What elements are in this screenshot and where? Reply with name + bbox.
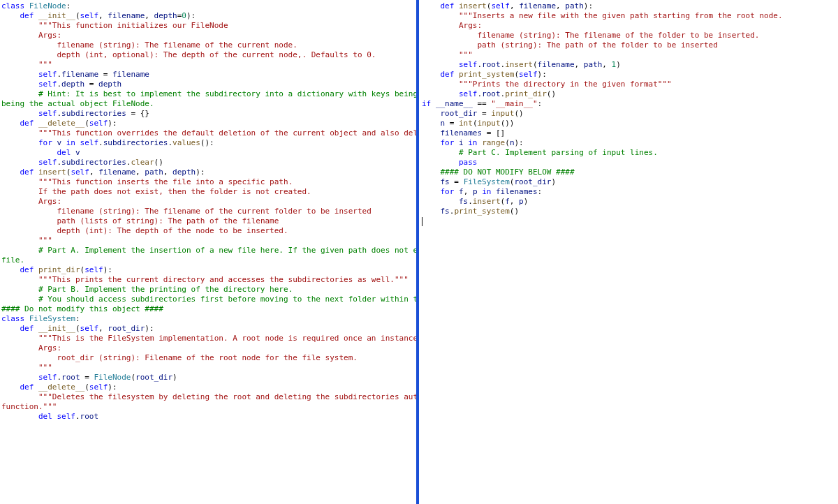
code-token: = {} bbox=[126, 109, 149, 118]
code-line[interactable]: #### Do not modify this object #### bbox=[1, 304, 416, 314]
editor-pane-right[interactable]: def insert(self, filename, path): """Ins… bbox=[419, 0, 838, 504]
code-token bbox=[1, 158, 38, 167]
code-token: path (lists of string): The path of the … bbox=[57, 216, 279, 225]
code-line[interactable]: """Inserts a new file with the given pat… bbox=[422, 11, 838, 21]
code-line[interactable]: self.subdirectories.clear() bbox=[1, 158, 416, 168]
code-token bbox=[1, 168, 20, 177]
code-token: def bbox=[441, 70, 455, 79]
code-token: def bbox=[20, 324, 34, 333]
code-token: fs bbox=[441, 177, 450, 186]
code-token: FileNode bbox=[29, 1, 66, 10]
code-line[interactable]: self.root = FileNode(root_dir) bbox=[1, 373, 416, 383]
code-line[interactable]: #### DO NOT MODIFY BELOW #### bbox=[422, 168, 838, 177]
code-line[interactable]: self.root.print_dir() bbox=[422, 89, 838, 99]
code-line[interactable]: self.root.insert(filename, path, 1) bbox=[422, 60, 838, 70]
code-line[interactable]: def print_dir(self): bbox=[1, 265, 416, 275]
code-line[interactable]: root_dir = input() bbox=[422, 109, 838, 119]
code-token: self bbox=[459, 60, 478, 69]
code-token: self bbox=[38, 109, 57, 118]
code-token bbox=[422, 148, 459, 157]
code-line[interactable]: for v in self.subdirectories.values(): bbox=[1, 138, 416, 148]
code-line[interactable]: fs.print_system() bbox=[422, 207, 838, 216]
code-line[interactable]: """This function overrides the default d… bbox=[1, 128, 416, 138]
code-token bbox=[1, 343, 38, 353]
code-line[interactable]: depth (int): The depth of the node to be… bbox=[1, 226, 416, 236]
code-line[interactable]: pass bbox=[422, 158, 838, 168]
code-line[interactable]: # Part C. Implement parsing of input lin… bbox=[422, 148, 838, 158]
code-line[interactable]: """This prints the current directory and… bbox=[1, 275, 416, 285]
code-line[interactable]: # Part A. Implement the insertion of a n… bbox=[1, 246, 416, 255]
code-token: for bbox=[441, 187, 455, 196]
code-line[interactable]: function.""" bbox=[1, 402, 416, 412]
code-line[interactable]: # You should access subdirectories first… bbox=[1, 295, 416, 304]
code-line[interactable] bbox=[422, 216, 838, 226]
code-line[interactable]: """This function initializes our FileNod… bbox=[1, 21, 416, 31]
code-line[interactable]: """ bbox=[1, 60, 416, 70]
code-line[interactable]: for f, p in filenames: bbox=[422, 187, 838, 197]
code-line[interactable]: self.filename = filename bbox=[1, 70, 416, 80]
code-token bbox=[422, 70, 441, 79]
code-line[interactable]: class FileNode: bbox=[1, 1, 416, 11]
code-line[interactable]: def __delete__(self): bbox=[1, 383, 416, 392]
code-token: Args: bbox=[38, 343, 61, 353]
code-line[interactable]: being the actual object FileNode. bbox=[1, 99, 416, 109]
code-line[interactable]: """Prints the directory in the given for… bbox=[422, 80, 838, 89]
code-line[interactable]: """ bbox=[1, 363, 416, 373]
code-line[interactable]: self.depth = depth bbox=[1, 80, 416, 89]
code-token: : bbox=[538, 99, 543, 108]
code-line[interactable]: filenames = [] bbox=[422, 128, 838, 138]
code-token bbox=[34, 168, 38, 177]
code-line[interactable]: def __delete__(self): bbox=[1, 119, 416, 128]
code-token: print_dir bbox=[505, 89, 547, 98]
code-line[interactable]: def insert(self, filename, path, depth): bbox=[1, 168, 416, 177]
code-line[interactable]: Args: bbox=[1, 31, 416, 40]
code-token: 0 bbox=[182, 11, 186, 20]
code-line[interactable]: # Part B. Implement the printing of the … bbox=[1, 285, 416, 295]
code-token: root_dir bbox=[441, 109, 478, 118]
code-line[interactable]: fs.insert(f, p) bbox=[422, 197, 838, 207]
code-line[interactable]: Args: bbox=[1, 197, 416, 207]
code-line[interactable]: # Hint: It is best to implement the subd… bbox=[1, 89, 416, 99]
code-token bbox=[1, 109, 38, 118]
code-line[interactable]: depth (int, optional): The depth of the … bbox=[1, 50, 416, 60]
code-token: root_dir bbox=[514, 177, 551, 186]
code-line[interactable]: Args: bbox=[422, 21, 838, 31]
code-line[interactable]: class FileSystem: bbox=[1, 314, 416, 324]
code-line[interactable]: """ bbox=[1, 236, 416, 246]
code-token: """ bbox=[459, 50, 473, 59]
code-line[interactable]: Args: bbox=[1, 343, 416, 353]
code-line[interactable]: """ bbox=[422, 50, 838, 60]
code-line[interactable]: def __init__(self, filename, depth=0): bbox=[1, 11, 416, 21]
code-token bbox=[431, 99, 436, 108]
code-token: = bbox=[80, 373, 94, 382]
code-line[interactable]: def insert(self, filename, path): bbox=[422, 1, 838, 11]
code-line[interactable]: root_dir (string): Filename of the root … bbox=[1, 353, 416, 363]
code-token bbox=[1, 373, 38, 382]
code-line[interactable]: """This function inserts the file into a… bbox=[1, 177, 416, 187]
code-line[interactable]: filename (string): The filename of the f… bbox=[422, 31, 838, 40]
editor-pane-left[interactable]: class FileNode: def __init__(self, filen… bbox=[0, 0, 416, 504]
code-line[interactable]: if __name__ == "__main__": bbox=[422, 99, 838, 109]
code-line[interactable]: def __init__(self, root_dir): bbox=[1, 324, 416, 334]
code-token: filename (string): The filename of the c… bbox=[57, 40, 297, 50]
code-token: for bbox=[38, 138, 52, 147]
code-line[interactable]: fs = FileSystem(root_dir) bbox=[422, 177, 838, 187]
code-line[interactable]: def print_system(self): bbox=[422, 70, 838, 80]
code-line[interactable]: path (lists of string): The path of the … bbox=[1, 216, 416, 226]
code-line[interactable]: """Deletes the filesystem by deleting th… bbox=[1, 392, 416, 402]
code-line[interactable]: del self.root bbox=[1, 412, 416, 422]
code-token: () bbox=[547, 89, 556, 98]
code-line[interactable]: If the path does not exist, then the fol… bbox=[1, 187, 416, 197]
code-line[interactable]: filename (string): The filename of the c… bbox=[1, 40, 416, 50]
code-line[interactable]: n = int(input()) bbox=[422, 119, 838, 128]
code-line[interactable]: self.subdirectories = {} bbox=[1, 109, 416, 119]
code-line[interactable]: file. bbox=[1, 255, 416, 265]
code-line[interactable]: path (string): The path of the folder to… bbox=[422, 40, 838, 50]
code-token: ) bbox=[172, 373, 177, 382]
code-line[interactable]: """This is the FileSystem implementation… bbox=[1, 334, 416, 343]
code-line[interactable]: for i in range(n): bbox=[422, 138, 838, 148]
code-token bbox=[1, 285, 38, 294]
code-line[interactable]: del v bbox=[1, 148, 416, 158]
code-token: int bbox=[459, 119, 473, 128]
code-line[interactable]: filename (string): The filename of the c… bbox=[1, 207, 416, 216]
